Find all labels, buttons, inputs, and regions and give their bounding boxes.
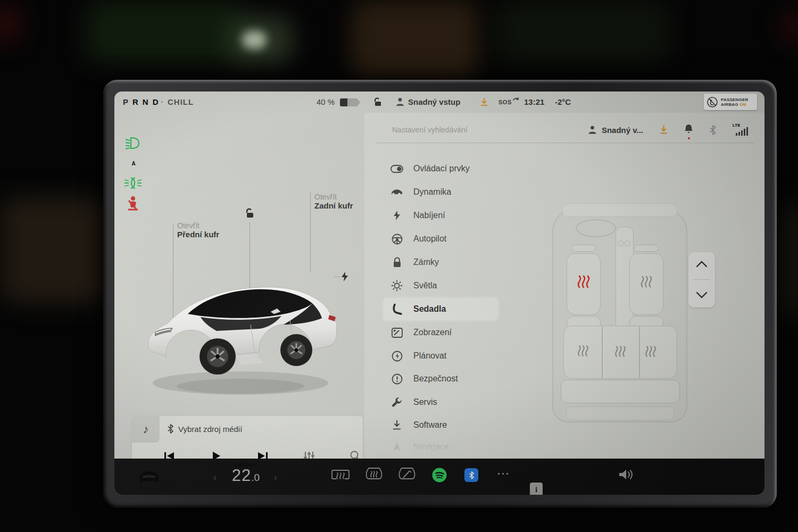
- wiper-button[interactable]: [398, 467, 416, 482]
- tesla-touchscreen: PRND CHILL 40 % Snadný vstup SOS 13:21 -…: [114, 92, 764, 495]
- settings-menu-item-dynamics[interactable]: Dynamika: [384, 181, 498, 203]
- cupholder: [618, 240, 624, 246]
- passenger-airbag-indicator: PASSENGER AIRBAG ON: [704, 94, 757, 110]
- temp-up-button[interactable]: ›: [274, 472, 277, 483]
- seat-scroll-control: [688, 252, 715, 307]
- svg-text:A: A: [131, 161, 135, 167]
- more-apps-button[interactable]: ···: [497, 469, 510, 480]
- red-reflection: [782, 11, 798, 43]
- header-divider: [376, 143, 754, 143]
- gear-d[interactable]: D: [153, 97, 159, 106]
- profile-short-name: Snadný v...: [602, 126, 643, 135]
- settings-menu-item-controls[interactable]: Ovládací prvky: [384, 157, 498, 180]
- navigation-arrow-icon: [390, 442, 403, 452]
- settings-menu-item-safety[interactable]: Bezpečnost: [384, 368, 498, 390]
- unlock-car-button[interactable]: [244, 207, 255, 219]
- temp-fraction: .0: [251, 472, 260, 484]
- rear-seat-divider: [639, 327, 640, 378]
- battery-fill: [340, 98, 347, 106]
- sos-arc-icon: [513, 97, 519, 103]
- toggle-icon: [390, 165, 403, 173]
- software-update-icon[interactable]: [659, 125, 668, 135]
- seatbelt-warning-indicator: [126, 196, 140, 212]
- bluetooth-app-button[interactable]: [464, 468, 478, 482]
- driver-headrest: [571, 245, 596, 252]
- bell-icon: [684, 124, 693, 134]
- airbag-text-line1: PASSENGER: [721, 97, 748, 102]
- gear-n[interactable]: N: [143, 97, 149, 106]
- rear-right-seat-heater-icon[interactable]: [645, 346, 657, 358]
- drive-mode-label[interactable]: CHILL: [168, 97, 194, 106]
- open-frunk-button[interactable]: Otevřít Přední kufr: [177, 221, 219, 239]
- scroll-up-button[interactable]: [696, 261, 708, 268]
- settings-menu-item-lights[interactable]: Světla: [384, 275, 498, 297]
- profile-menu-button[interactable]: Snadný v...: [588, 125, 643, 135]
- alert-circle-icon: [390, 373, 403, 385]
- calendar-app-button[interactable]: i: [530, 483, 543, 495]
- settings-panel: Snadný v... LTE: [363, 113, 764, 459]
- settings-menu-item-service[interactable]: Servis: [384, 391, 498, 413]
- unlocked-icon[interactable]: [372, 97, 383, 107]
- battery-percent[interactable]: 40 %: [317, 97, 335, 106]
- gear-r[interactable]: R: [132, 97, 139, 106]
- light-spot: [242, 31, 267, 49]
- dashboard-shape: [562, 203, 678, 217]
- settings-menu-item-software[interactable]: Software: [384, 414, 498, 436]
- settings-menu-item-navigation[interactable]: Navigace: [384, 436, 498, 458]
- settings-menu-item-autopilot[interactable]: Autopilot: [384, 228, 498, 250]
- notifications-button[interactable]: [684, 124, 693, 136]
- bluetooth-status-icon[interactable]: [709, 125, 717, 135]
- open-trunk-button[interactable]: Otevřít Zadní kufr: [314, 193, 353, 210]
- spotify-app-button[interactable]: [433, 468, 447, 483]
- passenger-seat-heater-icon[interactable]: [640, 276, 653, 288]
- clock: 13:21: [524, 97, 544, 106]
- status-bar: PRND CHILL 40 % Snadný vstup SOS 13:21 -…: [114, 92, 764, 113]
- vehicle-panel: A Otevřít Přední kufr: [114, 113, 363, 459]
- driver-seat-heater-icon-on[interactable]: [577, 275, 591, 289]
- door-frame-reflection: [351, 0, 479, 80]
- auto-headlight-indicator: A: [125, 157, 141, 170]
- scroll-down-button[interactable]: [696, 292, 708, 298]
- temp-down-button[interactable]: ‹: [213, 472, 217, 483]
- seat-icon: [390, 304, 403, 315]
- media-source-button[interactable]: Vybrat zdroj médií: [167, 424, 242, 434]
- dashboard-wood: [0, 197, 106, 303]
- window-reflection: [85, 0, 245, 64]
- rear-left-seat-heater-icon[interactable]: [577, 345, 589, 358]
- spotify-icon: [433, 468, 447, 483]
- media-source-label: Vybrat zdroj médií: [178, 425, 242, 434]
- signal-bars-icon: [736, 127, 750, 136]
- rear-center-seat-heater-icon[interactable]: [614, 346, 627, 358]
- frunk-action-text: Otevřít: [177, 221, 219, 230]
- front-defrost-button[interactable]: [365, 467, 383, 482]
- car-controls-button[interactable]: [137, 469, 161, 485]
- cellular-signal: LTE: [733, 124, 750, 136]
- temperature-button[interactable]: 22.0: [232, 466, 260, 485]
- scroll-divider: [693, 279, 710, 280]
- download-icon: [390, 420, 403, 430]
- car-3d-view[interactable]: [137, 244, 350, 403]
- software-update-icon[interactable]: [479, 97, 489, 107]
- gear-p[interactable]: P: [123, 97, 129, 106]
- media-note-tab[interactable]: ♪: [132, 416, 160, 443]
- outside-temperature: -2°C: [555, 97, 571, 106]
- gear-selector[interactable]: PRND: [123, 97, 163, 107]
- settings-menu-item-seats[interactable]: Sedadla: [384, 298, 498, 320]
- airbag-icon: [706, 96, 718, 108]
- settings-menu-item-scheduling[interactable]: Plánovat: [384, 345, 498, 367]
- lock-icon: [390, 257, 403, 268]
- settings-menu-item-display[interactable]: Zobrazení: [384, 321, 498, 344]
- battery-icon[interactable]: [340, 98, 358, 106]
- app-dock: Zahřívání ‹ 22.0 ›: [114, 459, 764, 495]
- settings-menu-item-charging[interactable]: Nabíjení: [384, 204, 498, 227]
- red-reflection: [0, 5, 21, 43]
- clock-bolt-icon: [390, 351, 403, 362]
- settings-search-input[interactable]: [392, 126, 520, 134]
- trunk-action-text: Otevřít: [314, 193, 353, 201]
- rear-seat-divider: [602, 327, 603, 378]
- rear-defrost-button[interactable]: [331, 468, 350, 482]
- profile-name[interactable]: Snadný vstup: [408, 97, 460, 106]
- settings-menu-item-locks[interactable]: Zámky: [384, 251, 498, 273]
- volume-button[interactable]: [618, 468, 634, 481]
- window-reflection: [495, 0, 670, 64]
